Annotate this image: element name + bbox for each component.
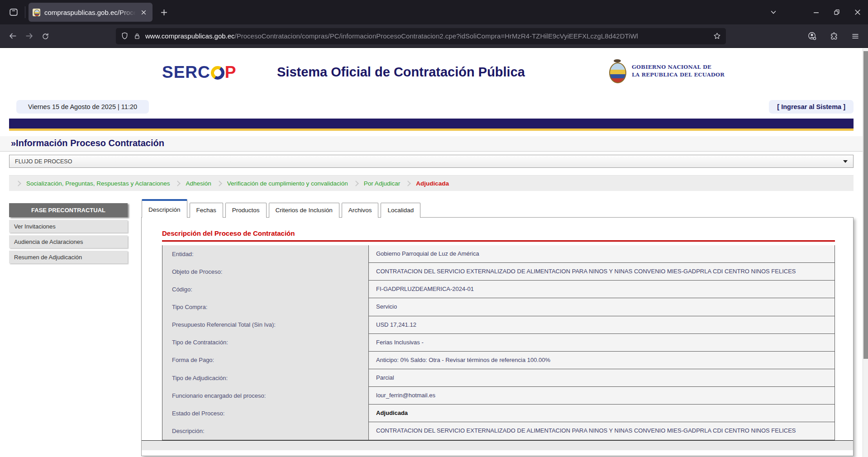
sidebar-item[interactable]: Resumen de Adjudicación	[9, 251, 128, 263]
process-step-label[interactable]: Por Adjudicar	[364, 180, 400, 187]
back-button[interactable]	[5, 28, 21, 44]
chevron-right-icon	[175, 181, 181, 186]
process-step[interactable]: Por Adjudicar	[354, 180, 400, 187]
page-scrollbar[interactable]	[863, 48, 868, 457]
browser-toolbar: www.compraspublicas.gob.ec/ProcesoContra…	[0, 24, 868, 48]
sidebar-item[interactable]: Audiencia de Aclaraciones	[9, 235, 128, 248]
forward-arrow-icon	[25, 32, 33, 40]
gov-text-line1: GOBIERNO NACIONAL DE	[632, 64, 711, 70]
tabbar-divider	[25, 6, 25, 18]
process-step[interactable]: Verificación de cumplimiento y convalida…	[217, 180, 348, 187]
process-step-label[interactable]: Verificación de cumplimiento y convalida…	[227, 180, 348, 187]
field-label: Tipo de Contratación:	[162, 333, 368, 351]
process-step[interactable]: Socialización, Preguntas, Respuestas y A…	[16, 180, 170, 187]
chevron-right-icon	[353, 181, 359, 186]
process-step-label[interactable]: Adjudicada	[416, 180, 449, 187]
restore-button[interactable]	[826, 3, 847, 21]
table-row: Forma de Pago: Anticipo: 0% Saldo: Otra …	[162, 351, 835, 369]
field-value: Adjudicada	[368, 404, 835, 422]
content-tab[interactable]: Archivos	[342, 203, 379, 218]
page-title: Sistema Oficial de Contratación Pública	[277, 65, 525, 80]
browser-tab[interactable]: compraspublicas.gob.ec/Proces	[29, 3, 153, 22]
content-tab[interactable]: Descripción	[142, 199, 187, 218]
browser-tab-bar: compraspublicas.gob.ec/Proces	[0, 0, 868, 24]
hamburger-menu-icon	[851, 32, 859, 40]
chevron-down-icon	[769, 8, 777, 16]
reload-button[interactable]	[37, 28, 53, 44]
field-value: CONTRATACION DEL SERVICIO EXTERNALIZADO …	[368, 422, 835, 439]
account-button[interactable]	[804, 28, 820, 44]
field-label: Entidad:	[162, 245, 368, 262]
panel-footer	[142, 440, 853, 450]
field-label: Estado del Proceso:	[162, 404, 368, 422]
ecuador-coat-of-arms-icon	[607, 58, 627, 84]
field-label: Presupuesto Referencial Total (Sin Iva):	[162, 316, 368, 333]
field-value: Ferias Inclusivas -	[368, 333, 835, 351]
process-detail-table: Entidad: Gobierno Parroquial de Luz de A…	[162, 245, 835, 440]
content-tab[interactable]: Fechas	[190, 203, 223, 218]
process-step-label[interactable]: Socialización, Preguntas, Respuestas y A…	[26, 180, 170, 187]
url-bar[interactable]: www.compraspublicas.gob.ec/ProcesoContra…	[116, 28, 726, 44]
login-button[interactable]: [ Ingresar al Sistema ]	[769, 100, 854, 114]
dropdown-caret-icon	[843, 160, 848, 163]
table-row: Tipo de Adjudicación: Parcial	[162, 369, 835, 386]
url-text: www.compraspublicas.gob.ec/ProcesoContra…	[145, 32, 709, 40]
sercop-logo-text: SERC	[162, 63, 210, 82]
lock-icon[interactable]	[133, 32, 141, 40]
field-value: USD 17,241.12	[368, 316, 835, 333]
tab-close-icon[interactable]	[138, 7, 148, 17]
table-row: Estado del Proceso: Adjudicada	[162, 404, 835, 422]
site-favicon-icon	[33, 9, 40, 16]
account-icon	[807, 31, 817, 41]
gov-text-line2: LA REPUBLICA DEL ECUADOR	[632, 71, 725, 78]
minimize-button[interactable]	[806, 3, 826, 21]
process-steps: Socialización, Preguntas, Respuestas y A…	[9, 175, 854, 191]
web-page: SERCP Sistema Oficial de Contratación Pú…	[0, 48, 863, 457]
field-value: Gobierno Parroquial de Luz de América	[368, 245, 835, 262]
list-all-tabs-button[interactable]	[766, 5, 781, 20]
process-step[interactable]: Adhesión	[176, 180, 211, 187]
sercop-logo-o-icon	[211, 66, 224, 80]
process-flow-label: FLUJO DE PROCESO	[15, 158, 72, 165]
table-row: Entidad: Gobierno Parroquial de Luz de A…	[162, 245, 835, 262]
process-step-label[interactable]: Adhesión	[186, 180, 211, 187]
content-tab[interactable]: Criterios de Inclusión	[269, 203, 339, 218]
menu-button[interactable]	[847, 28, 863, 44]
section-title: »Información Proceso Contratación	[0, 136, 863, 152]
government-logo: GOBIERNO NACIONAL DE LA REPUBLICA DEL EC…	[607, 58, 725, 84]
sidebar: FASE PRECONTRACTUAL Ver Invitaciones Aud…	[9, 203, 128, 263]
forward-button[interactable]	[21, 28, 37, 44]
bookmark-star-icon[interactable]	[713, 32, 721, 40]
content-tab[interactable]: Localidad	[381, 203, 420, 218]
chevron-right-icon	[405, 181, 411, 186]
chevron-right-icon	[216, 181, 222, 186]
field-label: Tipo Compra:	[162, 298, 368, 315]
government-logo-text: GOBIERNO NACIONAL DE LA REPUBLICA DEL EC…	[632, 63, 725, 78]
table-row: Funcionario encargado del proceso: lour_…	[162, 386, 835, 404]
tracking-protection-shield-icon[interactable]	[120, 32, 129, 40]
new-tab-button[interactable]	[156, 5, 172, 20]
field-value: Anticipo: 0% Saldo: Otra - Revisar térmi…	[368, 351, 835, 369]
sercop-logo: SERCP	[162, 63, 237, 82]
field-value: CONTRATACION DEL SERVICIO EXTERNALIZADO …	[368, 262, 835, 280]
close-window-button[interactable]	[847, 3, 868, 21]
scrollbar-thumb[interactable]	[863, 51, 868, 359]
field-label: Funcionario encargado del proceso:	[162, 386, 368, 404]
plus-icon	[161, 9, 167, 16]
extensions-button[interactable]	[825, 28, 842, 44]
panel-heading: Descripción del Proceso de Contratación	[162, 229, 835, 242]
current-date: Viernes 15 de Agosto de 2025 | 11:20	[16, 100, 149, 114]
field-label: Descripción:	[162, 422, 368, 439]
table-row: Descripción: CONTRATACION DEL SERVICIO E…	[162, 422, 835, 439]
sidebar-items: Ver Invitaciones Audiencia de Aclaracion…	[9, 220, 128, 263]
url-path: /ProcesoContratacion/compras/PC/informac…	[235, 32, 638, 40]
content-tabs: Descripción Fechas Productos Criterios d…	[141, 199, 854, 218]
date-row: Viernes 15 de Agosto de 2025 | 11:20 [ I…	[0, 100, 863, 114]
process-flow-dropdown[interactable]: FLUJO DE PROCESO	[9, 155, 854, 168]
sidebar-item[interactable]: Ver Invitaciones	[9, 220, 128, 233]
firefox-view-button[interactable]	[5, 4, 22, 20]
content-tab[interactable]: Productos	[225, 203, 267, 218]
table-row: Tipo de Contratación: Ferias Inclusivas …	[162, 333, 835, 351]
field-label: Tipo de Adjudicación:	[162, 369, 368, 386]
process-step[interactable]: Adjudicada	[406, 180, 449, 187]
